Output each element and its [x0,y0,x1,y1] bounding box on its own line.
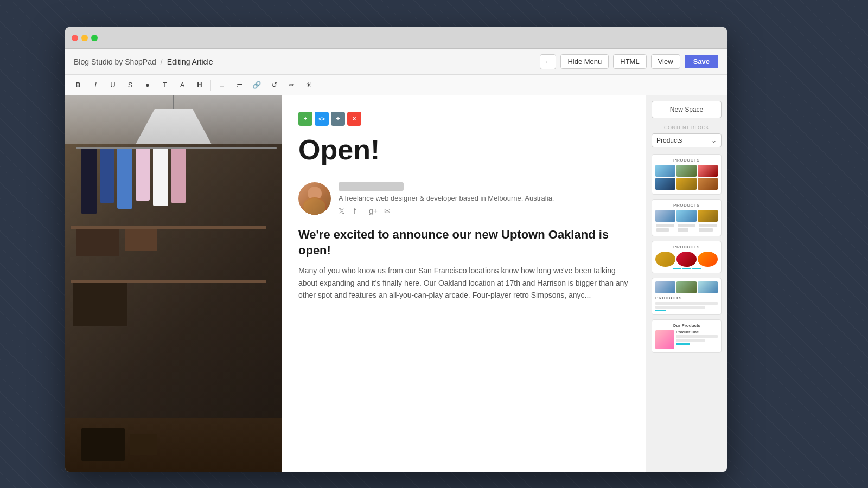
text-line-3 [678,224,695,227]
main-content: + <> + × Open! A freelance [65,95,727,472]
product-desc-1 [676,335,718,338]
link-button[interactable]: 🔗 [249,78,264,92]
view-button[interactable]: View [651,54,680,69]
text-line-2 [656,228,669,232]
author-section: A freelance web designer & developer bas… [298,182,629,216]
align-button[interactable]: ≡ [214,78,229,92]
template-1-img-1 [655,165,675,177]
template-2-title: Products [655,203,718,208]
store-background-image [65,95,282,472]
template-4-img-1 [655,281,675,293]
email-icon[interactable]: ✉ [384,207,394,216]
template-4-label: PRODUCTS [655,296,718,300]
right-sidebar: New Space CONTENT BLOCK Products ⌄ PRODU… [646,95,727,472]
template-4-img-2 [676,281,697,293]
template-1-img-5 [676,178,697,190]
products-select-label: Products [656,137,682,144]
our-products-row: Product One [655,330,718,349]
content-block-label: CONTENT BLOCK [652,125,722,130]
toolbar-actions: ← Hide Menu HTML View Save [540,54,718,69]
editor-panel: + <> + × Open! A freelance [282,95,646,472]
pencil-button[interactable]: ✏ [284,78,299,92]
dot-2 [682,268,691,269]
bold-button[interactable]: B [71,78,86,92]
back-button[interactable]: ← [540,54,556,69]
title-bar [65,27,727,49]
template-1-img-3 [698,165,718,177]
dot-3 [692,268,701,269]
new-space-button[interactable]: New Space [652,101,722,118]
template-3-img-1 [655,252,675,267]
text-line-4 [678,228,688,232]
template-1-grid-row2 [655,178,718,190]
text-line-1 [656,224,674,227]
undo-button[interactable]: ↺ [266,78,282,92]
chevron-down-icon: ⌄ [711,137,717,144]
template-1-img-6 [698,178,718,190]
desc-line-1 [655,302,718,305]
template-1-grid-row1 [655,165,718,177]
block-controls: + <> + × [298,112,629,126]
delete-block-button[interactable]: × [347,112,361,126]
maximize-button[interactable] [91,35,98,41]
browser-window: Blog Studio by ShopPad / Editing Article… [65,27,727,472]
template-card-1[interactable]: PRODUCTS [652,154,722,195]
google-plus-icon[interactable]: g+ [369,207,379,216]
text-line-5 [699,224,717,227]
author-name-placeholder [339,182,404,191]
template-card-5[interactable]: Our Products Product One [652,319,722,353]
clear-format-button[interactable]: T [157,78,173,92]
author-avatar [298,182,331,215]
template-card-2[interactable]: Products [652,199,722,236]
template-card-4[interactable]: PRODUCTS [652,278,722,315]
format-button[interactable]: ● [140,78,155,92]
code-block-button[interactable]: <> [315,112,329,126]
article-title: Open! [298,134,629,171]
template-1-img-2 [676,165,697,177]
article-heading: We're excited to announce our new Uptown… [298,227,629,258]
italic-button[interactable]: I [88,78,103,92]
underline-button[interactable]: U [105,78,120,92]
app-toolbar: Blog Studio by ShopPad / Editing Article… [65,49,727,75]
facebook-icon[interactable]: f [354,207,363,216]
font-color-button[interactable]: A [175,78,190,92]
template-3-dots [655,268,718,269]
template-2-img-1 [655,210,675,222]
author-bio: A freelance web designer & developer bas… [339,194,629,202]
add-block-button[interactable]: + [298,112,312,126]
toolbar-divider-1 [210,80,211,91]
template-4-grid [655,281,718,293]
our-product-info: Product One [676,330,718,345]
template-2-img-2 [676,210,697,222]
twitter-icon[interactable]: 𝕏 [339,207,348,216]
template-2-img-3 [698,210,718,222]
breadcrumb: Blog Studio by ShopPad / Editing Article [74,57,213,66]
template-3-grid [655,252,718,267]
list-button[interactable]: ≔ [232,78,247,92]
desc-line-2 [655,306,705,309]
sun-button[interactable]: ☀ [301,78,316,92]
breadcrumb-separator: / [161,57,163,66]
save-button[interactable]: Save [685,55,718,68]
hide-menu-button[interactable]: Hide Menu [560,54,609,69]
text-line-6 [699,228,713,232]
products-select[interactable]: Products ⌄ [652,133,722,147]
product-name: Product One [676,330,718,334]
html-button[interactable]: HTML [613,54,646,69]
our-product-image [655,330,674,349]
product-cta-button[interactable] [676,343,690,345]
template-1-title: PRODUCTS [655,158,718,163]
editor-toolbar: B I U S ● T A H ≡ ≔ 🔗 ↺ ✏ ☀ [65,75,727,95]
template-card-3[interactable]: Products [652,241,722,273]
template-3-img-2 [676,252,697,267]
strikethrough-button[interactable]: S [123,78,138,92]
minimize-button[interactable] [81,35,88,41]
author-info: A freelance web designer & developer bas… [339,182,629,216]
close-button[interactable] [72,35,78,41]
template-3-img-3 [698,252,718,267]
app-title: Blog Studio by ShopPad [74,57,156,66]
accent-bar [655,310,666,311]
traffic-lights [72,35,98,41]
move-block-button[interactable]: + [331,112,345,126]
heading-button[interactable]: H [192,78,207,92]
